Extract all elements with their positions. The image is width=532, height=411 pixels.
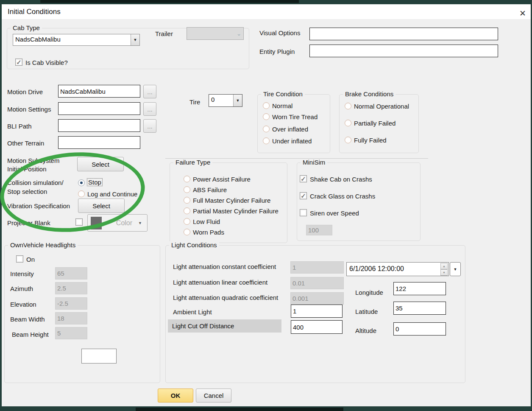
siren-over-speed-label[interactable]: Siren over Speed — [310, 210, 359, 217]
projector-blank-checkbox[interactable] — [75, 218, 83, 226]
motion-subsystem-select-button[interactable]: Select — [77, 157, 124, 171]
crack-glass-checkbox[interactable]: ✓ — [300, 192, 307, 199]
tire-worn-radio[interactable] — [263, 113, 270, 120]
tire-label: Tire — [189, 98, 200, 106]
tire-worn-label[interactable]: Worn Tire Tread — [272, 113, 318, 120]
motion-drive-input[interactable] — [58, 85, 140, 98]
entity-plugin-input[interactable] — [309, 45, 498, 57]
motion-settings-browse-button[interactable]: ... — [143, 102, 156, 116]
ambient-light-label: Ambient Light — [173, 308, 212, 316]
low-fluid-radio[interactable] — [184, 218, 190, 225]
close-icon[interactable]: ✕ — [517, 8, 528, 19]
log-and-continue-label[interactable]: Log and Continue — [87, 190, 137, 198]
ambient-light-input[interactable] — [291, 305, 343, 318]
brake-partial-radio[interactable] — [345, 120, 351, 126]
brake-normal-label[interactable]: Normal Operational — [354, 103, 409, 110]
is-cab-visible-checkbox[interactable]: ✓ — [15, 59, 22, 66]
minisim-group-label: MiniSim — [301, 159, 327, 166]
abs-failure-radio[interactable] — [184, 186, 190, 193]
tire-over-inflated-label[interactable]: Over inflated — [272, 126, 308, 133]
crack-glass-label[interactable]: Crack Glass on Crashs — [310, 193, 375, 200]
color-combobox[interactable]: Color ▼ — [87, 214, 148, 232]
entity-plugin-label: Entity Plugin — [259, 48, 295, 55]
brake-full-label[interactable]: Fully Failed — [354, 137, 387, 144]
light-cutoff-input[interactable] — [291, 320, 343, 334]
tire-normal-label[interactable]: Normal — [272, 102, 292, 109]
other-terrain-input[interactable] — [58, 136, 140, 149]
full-master-cylinder-radio[interactable] — [184, 197, 190, 204]
partial-master-cylinder-label[interactable]: Partial Master Cylinder Failure — [193, 207, 279, 215]
headlights-group-label: OwnVehicle Headlights — [8, 241, 78, 249]
motion-settings-label: Motion Settings — [7, 106, 51, 113]
tire-normal-radio[interactable] — [263, 102, 270, 109]
azimuth-input — [55, 282, 87, 294]
ok-button[interactable]: OK — [158, 389, 193, 403]
color-swatch — [91, 217, 102, 229]
longitude-input[interactable] — [393, 282, 446, 295]
motion-subsystem-label-line2: Initial Position — [7, 165, 47, 173]
light-quadratic-label: Light attenuation quadratic coefficient — [173, 294, 278, 301]
frame-top-dark-segment — [40, 0, 299, 3]
spin-up-icon[interactable]: ▲ — [440, 263, 448, 269]
low-fluid-label[interactable]: Low Fluid — [193, 218, 220, 225]
window-title: Initial Conditions — [8, 8, 61, 16]
power-assist-failure-label[interactable]: Power Assist Failure — [193, 176, 251, 183]
tire-combobox[interactable]: 0 ▼ — [209, 94, 242, 107]
datetime-dropdown-button[interactable]: ▼ — [450, 262, 461, 276]
bli-path-browse-button[interactable]: ... — [143, 119, 156, 133]
cancel-button[interactable]: Cancel — [196, 389, 231, 403]
motion-subsystem-label-line1: Motion Subsystem — [7, 157, 59, 164]
vibration-specification-label: Vibration Specification — [7, 202, 70, 210]
trailer-value — [187, 28, 234, 39]
datetime-spinner[interactable]: ▲ ▼ — [440, 263, 448, 276]
full-master-cylinder-label[interactable]: Full Master Cylinder Failure — [193, 197, 270, 204]
stop-radio-label[interactable]: Stop — [87, 179, 102, 186]
worn-pads-label[interactable]: Worn Pads — [193, 229, 224, 236]
light-constant-input — [290, 261, 344, 274]
tire-under-inflated-label[interactable]: Under inflated — [272, 137, 312, 145]
beam-height-input — [55, 327, 87, 339]
headlights-on-checkbox[interactable] — [16, 255, 23, 263]
partial-master-cylinder-radio[interactable] — [184, 207, 190, 214]
worn-pads-radio[interactable] — [184, 229, 190, 235]
altitude-input[interactable] — [393, 322, 446, 336]
intensity-label: Intensity — [10, 270, 34, 277]
vibration-select-button[interactable]: Select — [78, 199, 125, 213]
abs-failure-label[interactable]: ABS Failure — [193, 186, 227, 193]
motion-drive-browse-button[interactable]: ... — [143, 85, 156, 98]
chevron-down-icon: ▼ — [138, 221, 142, 225]
chevron-down-icon: ⌄ — [234, 28, 243, 39]
headlights-extra-input[interactable] — [81, 349, 117, 363]
latitude-label: Latitude — [355, 308, 378, 315]
spin-down-icon[interactable]: ▼ — [440, 269, 448, 276]
stop-radio[interactable] — [78, 179, 85, 186]
brake-full-radio[interactable] — [345, 137, 351, 143]
bli-path-input[interactable] — [58, 119, 140, 132]
siren-over-speed-checkbox[interactable] — [300, 209, 307, 216]
visual-options-input[interactable] — [309, 28, 498, 40]
tire-over-inflated-radio[interactable] — [263, 126, 270, 132]
chevron-down-icon[interactable]: ▼ — [131, 34, 139, 45]
light-cutoff-label: Light Cut Off Distance — [168, 319, 281, 333]
headlights-on-label[interactable]: On — [26, 256, 35, 263]
power-assist-failure-radio[interactable] — [184, 176, 190, 182]
light-linear-input — [290, 277, 344, 289]
chevron-down-icon[interactable]: ▼ — [233, 95, 242, 106]
brake-partial-label[interactable]: Partially Failed — [354, 120, 396, 127]
datetime-picker[interactable]: 6/1/2006 12:00:00 — [346, 262, 449, 276]
shake-cab-checkbox[interactable]: ✓ — [300, 175, 307, 182]
frame-left — [0, 0, 2, 411]
shake-cab-label[interactable]: Shake Cab on Crashs — [310, 176, 372, 183]
motion-settings-input[interactable] — [58, 102, 140, 115]
siren-speed-input — [306, 225, 332, 235]
light-constant-label: Light attenuation constant coefficient — [173, 263, 276, 270]
azimuth-label: Azimuth — [10, 285, 33, 292]
log-and-continue-radio[interactable] — [78, 190, 85, 197]
latitude-input[interactable] — [393, 302, 446, 315]
tire-condition-group-label: Tire Condition — [261, 90, 305, 98]
brake-conditions-group-label: Brake Conditions — [343, 90, 396, 98]
brake-normal-radio[interactable] — [345, 103, 351, 109]
cab-type-combobox[interactable]: NadsCabMalibu ▼ — [13, 34, 140, 46]
collision-label-line2: Stop selection — [7, 188, 47, 195]
tire-under-inflated-radio[interactable] — [263, 137, 270, 144]
